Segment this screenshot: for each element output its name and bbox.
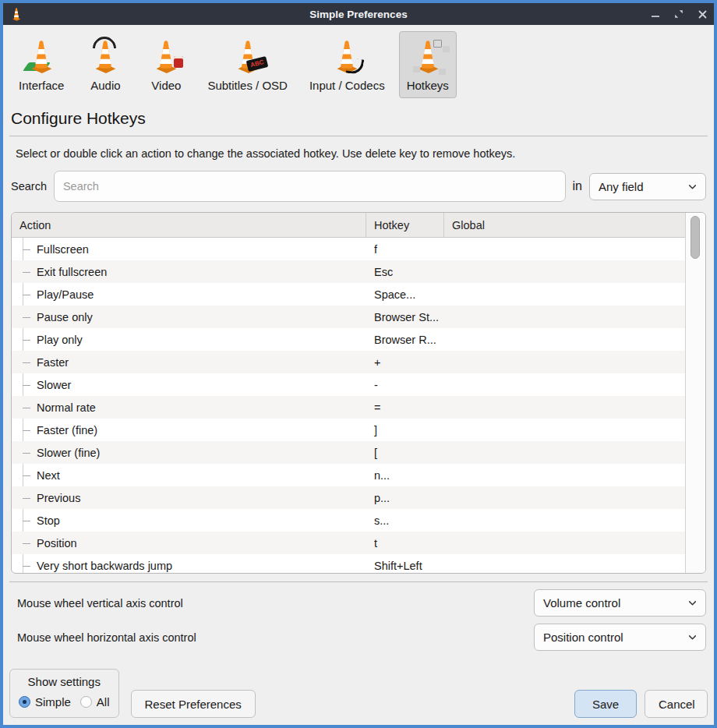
action-cell: Play only: [12, 334, 366, 346]
toolbar-item-interface[interactable]: Interface: [11, 31, 72, 98]
radio-unselected-icon[interactable]: [80, 696, 92, 708]
search-field-value: Any field: [599, 180, 644, 193]
table-body: FullscreenfExit fullscreenEscPlay/PauseS…: [12, 238, 686, 573]
hotkey-cell: p...: [366, 492, 444, 504]
table-row[interactable]: Pause onlyBrowser St...: [12, 306, 686, 328]
save-button[interactable]: Save: [574, 690, 637, 718]
hotkey-cell: Browser R...: [366, 334, 444, 346]
table-row[interactable]: Faster (fine)]: [12, 419, 686, 441]
tree-branch: [23, 408, 30, 408]
toolbar-item-label: Input / Codecs: [309, 79, 385, 92]
window-title: Simple Preferences: [79, 9, 638, 20]
toolbar-item-video[interactable]: Video: [139, 31, 193, 98]
radio-label: All: [97, 695, 110, 709]
column-header-global[interactable]: Global: [444, 213, 686, 237]
hotkey-cell: Browser St...: [366, 311, 444, 323]
radio-option-simple[interactable]: Simple: [19, 695, 71, 709]
action-cell: Next: [12, 469, 366, 482]
divider: [9, 581, 708, 582]
hotkey-cell: f: [366, 243, 444, 256]
wheel-horizontal-select[interactable]: Position control: [534, 624, 706, 651]
action-cell: Pause only: [12, 311, 366, 323]
wheel-vertical-value: Volume control: [543, 596, 620, 610]
minimize-button[interactable]: [650, 9, 661, 19]
hotkey-cell: ]: [366, 424, 444, 436]
tree-branch: [23, 475, 30, 476]
toolbar-item-audio[interactable]: Audio: [78, 31, 132, 98]
tree-branch: [23, 340, 30, 341]
action-cell: Play/Pause: [12, 288, 366, 301]
hotkeys-cone-icon: [408, 36, 447, 76]
wheel-horizontal-label: Mouse wheel horizontal axis control: [11, 631, 196, 644]
divider: [9, 136, 708, 136]
wheel-vertical-select[interactable]: Volume control: [534, 589, 706, 617]
restore-button[interactable]: [673, 9, 684, 19]
footer-bar: Show settings SimpleAll Reset Preference…: [3, 662, 714, 725]
toolbar-item-label: Hotkeys: [407, 79, 449, 92]
tree-branch: [23, 430, 30, 431]
table-row[interactable]: Normal rate=: [12, 396, 686, 419]
hotkey-cell: =: [366, 401, 444, 414]
action-cell: Slower (fine): [12, 447, 366, 459]
action-cell: Position: [12, 537, 366, 550]
table-row[interactable]: Nextn...: [12, 464, 686, 486]
input-codecs-cone-icon: [327, 36, 366, 76]
table-row[interactable]: Exit fullscreenEsc: [12, 260, 686, 283]
tree-branch: [23, 317, 30, 318]
titlebar: Simple Preferences: [3, 3, 714, 25]
table-row[interactable]: Stops...: [12, 509, 686, 532]
table-row[interactable]: Slower (fine)[: [12, 441, 686, 464]
tree-branch: [23, 295, 30, 295]
toolbar-item-subtitles[interactable]: ABCSubtitles / OSD: [200, 31, 295, 98]
chevron-down-icon: [687, 598, 698, 608]
action-cell: Exit fullscreen: [12, 266, 366, 278]
radio-selected-icon[interactable]: [19, 696, 30, 708]
reset-preferences-button[interactable]: Reset Preferences: [131, 690, 256, 718]
chevron-down-icon: [687, 632, 698, 642]
wheel-horizontal-value: Position control: [543, 631, 623, 644]
table-row[interactable]: Play onlyBrowser R...: [12, 328, 686, 351]
toolbar-item-hotkeys[interactable]: Hotkeys: [399, 31, 457, 98]
subtitles-osd-cone-icon: ABC: [228, 36, 267, 76]
hotkeys-table: Action Hotkey Global FullscreenfExit ful…: [11, 212, 706, 574]
vlc-logo-icon: [9, 7, 23, 21]
tree-branch: [23, 385, 30, 386]
radio-option-all[interactable]: All: [80, 695, 110, 709]
hotkey-cell: s...: [366, 514, 444, 527]
page-title: Configure Hotkeys: [11, 109, 706, 128]
tree-branch: [23, 453, 30, 454]
column-header-action[interactable]: Action: [12, 213, 366, 237]
table-row[interactable]: Previousp...: [12, 486, 686, 509]
toolbar-item-input[interactable]: Input / Codecs: [302, 31, 393, 98]
category-toolbar: InterfaceAudioVideoABCSubtitles / OSDInp…: [11, 31, 706, 98]
interface-cone-icon: [22, 36, 61, 76]
table-row[interactable]: Fullscreenf: [12, 238, 686, 260]
scrollbar-thumb[interactable]: [691, 216, 700, 259]
close-button[interactable]: [697, 9, 708, 19]
toolbar-item-label: Interface: [19, 79, 64, 92]
tree-branch: [23, 543, 30, 544]
column-header-hotkey[interactable]: Hotkey: [366, 213, 444, 237]
video-cone-icon: [147, 36, 185, 76]
table-row[interactable]: Faster+: [12, 351, 686, 373]
action-cell: Faster: [12, 356, 366, 369]
search-input[interactable]: [54, 171, 566, 202]
dialog-content: InterfaceAudioVideoABCSubtitles / OSDInp…: [3, 25, 714, 662]
wheel-horizontal-row: Mouse wheel horizontal axis control Posi…: [11, 624, 706, 651]
tree-branch: [23, 498, 30, 499]
hotkey-cell: -: [366, 379, 444, 391]
preferences-window: Simple Preferences InterfaceAudioVideoAB…: [0, 0, 717, 728]
tree-branch: [23, 521, 30, 521]
window-controls: [638, 9, 708, 19]
table-row[interactable]: Play/PauseSpace...: [12, 283, 686, 306]
table-scrollbar[interactable]: [685, 213, 705, 573]
table-row[interactable]: Positiont: [12, 532, 686, 554]
hotkeys-description: Select or double click an action to chan…: [16, 147, 701, 160]
search-in-label: in: [573, 179, 582, 193]
action-cell: Very short backwards jump: [12, 560, 366, 572]
radio-label: Simple: [35, 695, 71, 709]
table-row[interactable]: Very short backwards jumpShift+Left: [12, 554, 686, 573]
cancel-button[interactable]: Cancel: [645, 690, 708, 718]
table-row[interactable]: Slower-: [12, 373, 686, 396]
search-field-select[interactable]: Any field: [589, 173, 706, 200]
